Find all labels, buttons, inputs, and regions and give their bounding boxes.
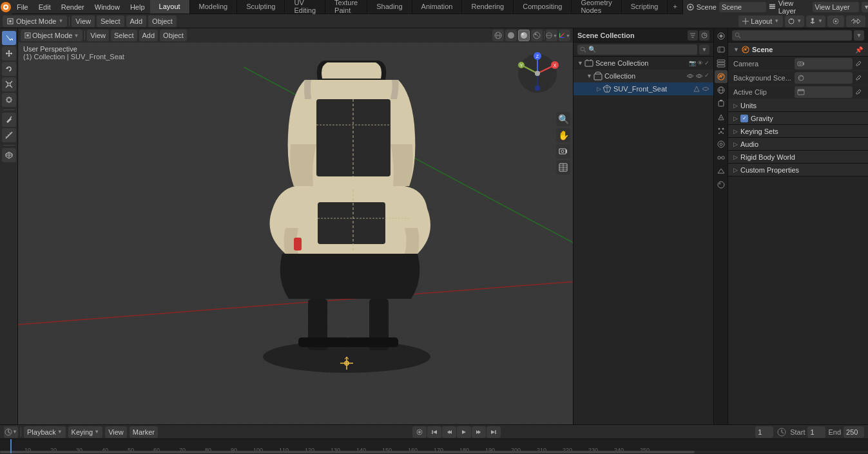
props-view-layer-btn[interactable] [715, 57, 728, 70]
tab-scripting[interactable]: Scripting [622, 0, 668, 14]
props-filter-btn[interactable]: ▼ [854, 30, 864, 41]
restrict-select-icon[interactable] [702, 85, 709, 93]
tab-uv-editing[interactable]: UV Editing [285, 0, 325, 14]
props-output-btn[interactable] [715, 43, 728, 56]
tab-geometry-nodes[interactable]: Geometry Nodes [572, 0, 621, 14]
vp-object-btn[interactable]: Object [160, 30, 187, 41]
timeline-scrollbar[interactable] [0, 451, 868, 453]
outliner-row-collection[interactable]: ▼ Collection [574, 70, 713, 82]
snap-btn[interactable]: ▼ [806, 15, 825, 27]
outliner-search-input[interactable]: 🔍 [577, 44, 697, 55]
vp-object-mode-btn[interactable]: Object Mode ▼ [21, 30, 82, 41]
wireframe-btn[interactable] [492, 30, 504, 41]
view-menu-btn[interactable]: View [72, 15, 95, 27]
tab-layout[interactable]: Layout [150, 0, 190, 14]
marker-menu-btn[interactable]: Marker [130, 426, 158, 438]
solid-btn[interactable] [505, 30, 517, 41]
tl-view-menu-btn[interactable]: View [105, 426, 127, 438]
pivot-point-btn[interactable]: ▼ [785, 15, 804, 27]
restriction-check-icon[interactable]: ✓ [704, 72, 709, 80]
row-exclude-icon[interactable]: ✓ [704, 60, 709, 66]
rendered-btn[interactable] [531, 30, 543, 41]
props-search-input[interactable] [732, 30, 852, 41]
view-layer-input[interactable]: View Layer [813, 2, 860, 12]
keying-menu-btn[interactable]: Keying ▼ [68, 426, 103, 438]
transform-tool-btn[interactable] [2, 93, 16, 107]
scene-input[interactable]: Scene [719, 2, 766, 12]
row-hide-icon[interactable]: 👁 [697, 60, 703, 66]
restriction-hide-icon[interactable] [695, 72, 703, 80]
step-forward-btn[interactable] [472, 426, 486, 438]
bg-scene-value[interactable] [795, 72, 853, 84]
add-cube-btn[interactable] [2, 148, 16, 162]
rotate-tool-btn[interactable] [2, 62, 16, 76]
view-layer-menu-btn[interactable]: ▼ [862, 2, 868, 12]
tab-compositing[interactable]: Compositing [514, 0, 572, 14]
render-menu[interactable]: Render [56, 0, 90, 14]
props-data-btn[interactable] [715, 165, 728, 178]
move-tool-btn[interactable] [2, 46, 16, 61]
tab-rendering[interactable]: Rendering [462, 0, 514, 14]
select-tool-btn[interactable] [2, 31, 16, 45]
gizmo-btn[interactable]: ▼ [559, 30, 570, 41]
rigid-body-section-header[interactable]: ▷ Rigid Body World [728, 151, 868, 164]
props-physics-btn[interactable] [715, 138, 728, 151]
window-menu[interactable]: Window [90, 0, 125, 14]
zoom-in-icon-btn[interactable]: 🔍 [556, 112, 570, 126]
viewport-gizmo[interactable]: Z X Y [515, 51, 560, 96]
active-clip-value[interactable] [795, 86, 853, 98]
units-section-header[interactable]: ▷ Units [728, 99, 868, 112]
custom-props-header[interactable]: ▷ Custom Properties [728, 164, 868, 176]
props-constraints-btn[interactable] [715, 151, 728, 164]
select-menu-btn[interactable]: Select [97, 15, 124, 27]
props-modifier-btn[interactable] [715, 111, 728, 124]
props-object-btn[interactable] [715, 97, 728, 110]
help-menu[interactable]: Help [125, 0, 150, 14]
props-particles-btn[interactable] [715, 124, 728, 137]
scale-tool-btn[interactable] [2, 77, 16, 91]
vp-select-btn[interactable]: Select [111, 30, 137, 41]
outliner-search-filter-btn[interactable]: ▼ [699, 44, 709, 55]
timeline-mode-btn[interactable]: ▼ [4, 426, 18, 438]
outliner-sync-btn[interactable] [699, 30, 709, 41]
step-back-btn[interactable] [442, 426, 456, 438]
object-mode-dropdown[interactable]: Object Mode ▼ [3, 15, 67, 27]
tab-animation[interactable]: Animation [412, 0, 463, 14]
props-world-btn[interactable] [715, 84, 728, 97]
camera-picker-btn[interactable] [854, 59, 863, 68]
edit-menu[interactable]: Edit [34, 0, 56, 14]
frame-ruler[interactable]: 10 20 30 40 50 60 70 80 90 100 110 120 1… [0, 439, 868, 453]
props-render-btn[interactable] [715, 30, 728, 43]
add-menu-btn[interactable]: Add [126, 15, 147, 27]
transform-btn[interactable] [846, 15, 865, 27]
gravity-section-header[interactable]: ▷ ✓ Gravity [728, 112, 868, 125]
clip-picker-btn[interactable] [854, 88, 863, 97]
vp-view-btn[interactable]: View [87, 30, 109, 41]
row-restriction-icon[interactable]: 📷 [689, 60, 696, 66]
world-orient-btn[interactable] [556, 160, 570, 175]
playback-menu-btn[interactable]: Playback ▼ [24, 426, 66, 438]
current-frame-input[interactable]: 1 [755, 426, 773, 438]
audio-section-header[interactable]: ▷ Audio [728, 138, 868, 151]
tab-sculpting[interactable]: Sculpting [237, 0, 285, 14]
props-material-btn[interactable] [715, 178, 728, 191]
transform-orientation-dropdown[interactable]: Layout ▼ [738, 15, 783, 27]
start-frame-input[interactable]: 1 [807, 426, 825, 438]
tab-shading[interactable]: Shading [367, 0, 412, 14]
tab-modeling[interactable]: Modeling [190, 0, 238, 14]
viewport-3d[interactable]: Object Mode ▼ View Select Add Object [18, 28, 573, 424]
tab-texture-paint[interactable]: Texture Paint [325, 0, 367, 14]
record-btn[interactable] [412, 426, 427, 438]
props-scene-btn[interactable] [715, 70, 728, 83]
measure-tool-btn[interactable] [2, 128, 16, 142]
camera-view-btn[interactable] [556, 144, 570, 158]
timeline-scrollbar-thumb[interactable] [0, 451, 695, 453]
restrict-viewport-icon[interactable] [693, 85, 700, 93]
file-menu[interactable]: File [12, 0, 34, 14]
vp-add-btn[interactable]: Add [139, 30, 159, 41]
object-menu-btn[interactable]: Object [148, 15, 177, 27]
scene-section-header[interactable]: ▼ Scene 📌 [728, 43, 868, 57]
material-preview-btn[interactable] [518, 30, 530, 41]
jump-end-btn[interactable] [487, 426, 501, 438]
bg-scene-picker-btn[interactable] [854, 73, 863, 82]
